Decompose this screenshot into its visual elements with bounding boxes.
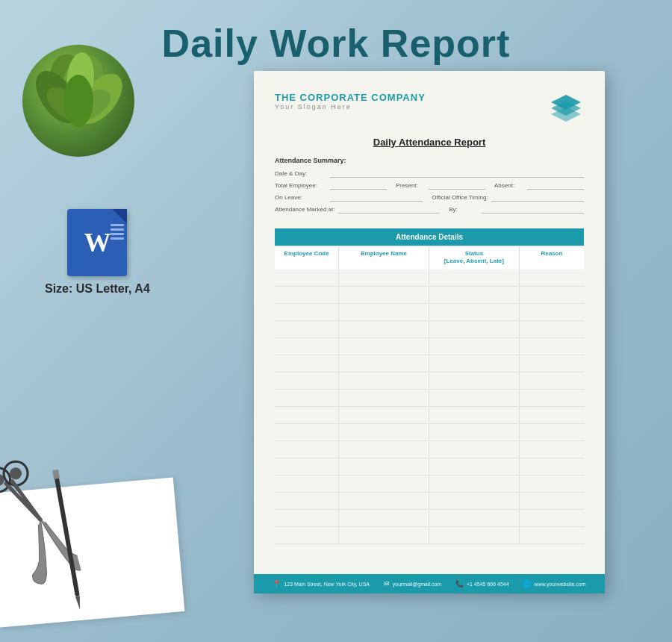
date-line [330, 169, 584, 178]
svg-rect-16 [52, 470, 60, 479]
table-cell [339, 287, 429, 303]
present-line [429, 181, 485, 190]
footer-website-text: www.yourwebsite.com [534, 582, 585, 587]
form-row-leave: On Leave: Official Office Timing: [275, 193, 584, 202]
table-row [275, 304, 584, 321]
col-status: Status[Leave, Absent, Late] [429, 246, 520, 269]
table-cell [429, 355, 520, 372]
doc-header: THE CORPORATE COMPANY Your Slogan Here [275, 92, 584, 128]
footer-address: 📍 123 Main Street, New York City, USA [273, 580, 370, 588]
summary-section: Attendance Summary: Date & Day: Total Em… [275, 157, 584, 216]
table-cell [339, 373, 429, 389]
table-cell [429, 287, 520, 303]
form-row-employee: Total Employee: Present: Absent: [275, 181, 584, 190]
doc-title: Daily Attendance Report [275, 137, 584, 148]
table-row [275, 493, 584, 510]
table-cell [339, 321, 429, 337]
table-cell [429, 441, 520, 458]
table-cell [520, 510, 584, 526]
table-row [275, 338, 584, 355]
table-cell [339, 355, 429, 372]
table-cell [275, 476, 339, 492]
by-label: By: [449, 206, 479, 213]
table-cell [429, 527, 520, 543]
table-cell [429, 407, 520, 423]
table-row [275, 510, 584, 527]
table-cell [275, 355, 339, 372]
table-cell [520, 407, 584, 423]
location-icon: 📍 [273, 580, 281, 588]
table-header: Attendance Details [275, 228, 584, 246]
size-label: Size: US Letter, A4 [45, 282, 150, 296]
table-row [275, 390, 584, 407]
on-leave-label: On Leave: [275, 194, 327, 201]
footer-address-text: 123 Main Street, New York City, USA [284, 582, 370, 587]
table-cell [520, 476, 584, 492]
form-row-marked: Attendance Marked at: By: [275, 205, 584, 214]
company-slogan: Your Slogan Here [275, 103, 426, 110]
table-row [275, 441, 584, 458]
word-letter: W [84, 227, 111, 258]
table-row [275, 527, 584, 544]
company-name: THE CORPORATE COMPANY [275, 92, 426, 103]
footer-phone: 📞 +1 4545 666 4544 [455, 580, 509, 588]
table-cell [520, 458, 584, 475]
table-row [275, 287, 584, 304]
table-cell [339, 424, 429, 440]
form-row-date: Date & Day: [275, 169, 584, 178]
table-cell [275, 287, 339, 303]
col-reason: Reason [520, 246, 584, 269]
table-cell [275, 510, 339, 526]
marked-at-label: Attendance Marked at: [275, 206, 335, 213]
svg-point-7 [63, 75, 93, 127]
table-cell [339, 527, 429, 543]
table-row [275, 458, 584, 476]
table-cell [275, 407, 339, 423]
table-cell [339, 407, 429, 423]
svg-marker-15 [75, 596, 82, 610]
table-cell [429, 373, 520, 389]
table-cell [520, 424, 584, 440]
by-line [482, 205, 584, 214]
table-cell [520, 304, 584, 320]
plant-decoration [22, 45, 142, 164]
table-cell [520, 373, 584, 389]
table-cell [429, 510, 520, 526]
summary-title: Attendance Summary: [275, 157, 584, 164]
table-row [275, 407, 584, 424]
table-cell [520, 527, 584, 543]
table-cell [429, 390, 520, 406]
table-cell [429, 321, 520, 337]
table-cell [275, 424, 339, 440]
present-label: Present: [396, 182, 426, 189]
table-cell [520, 441, 584, 458]
table-cell [520, 355, 584, 372]
table-cell [339, 269, 429, 286]
table-cell [275, 390, 339, 406]
table-cell [520, 390, 584, 406]
table-columns: Employee Code Employee Name Status[Leave… [275, 246, 584, 269]
table-cell [520, 338, 584, 355]
email-icon: ✉ [384, 580, 390, 588]
word-icon: W [67, 209, 127, 276]
date-label: Date & Day: [275, 170, 327, 177]
total-employee-label: Total Employee: [275, 182, 327, 189]
table-cell [339, 476, 429, 492]
table-cell [339, 390, 429, 406]
col-employee-code: Employee Code [275, 246, 339, 269]
table-cell [429, 304, 520, 320]
word-icon-area: W Size: US Letter, A4 [45, 209, 150, 296]
table-cell [339, 493, 429, 509]
table-cell [520, 493, 584, 509]
footer-email-text: yourmail@gmail.com [393, 582, 441, 587]
table-body [275, 269, 584, 544]
table-cell [429, 269, 520, 286]
table-cell [429, 476, 520, 492]
table-row [275, 269, 584, 287]
table-row [275, 355, 584, 373]
doc-footer: 📍 123 Main Street, New York City, USA ✉ … [254, 574, 605, 593]
web-icon: 🌐 [523, 580, 531, 588]
table-cell [339, 304, 429, 320]
table-row [275, 321, 584, 338]
table-row [275, 373, 584, 390]
